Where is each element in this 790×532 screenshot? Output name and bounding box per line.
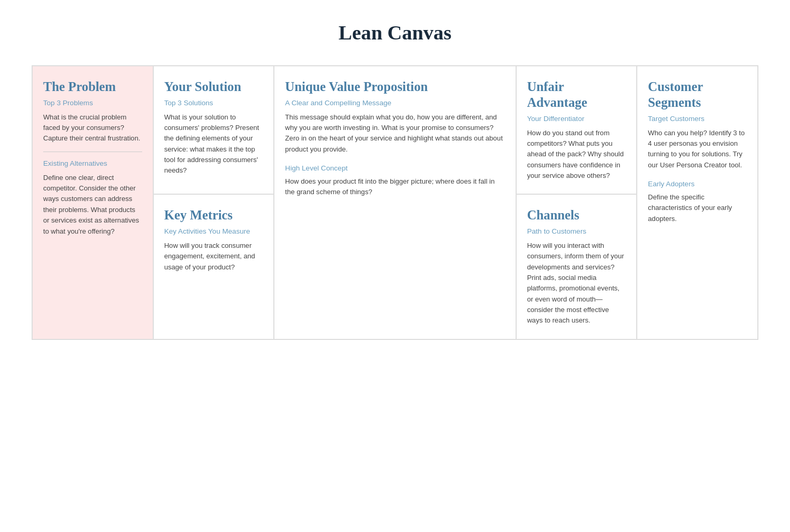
metrics-cell: Key Metrics Key Activities You Measure H… <box>153 194 274 339</box>
uvp-body1: This message should explain what you do,… <box>285 112 505 155</box>
channels-body1: How will you interact with consumers, in… <box>527 240 626 326</box>
unfair-subtitle1: Your Differentiator <box>527 115 626 123</box>
problem-title: The Problem <box>43 79 142 95</box>
customer-cell: Customer Segments Target Customers Who c… <box>637 66 758 339</box>
uvp-title: Unique Value Proposition <box>285 79 505 95</box>
uvp-subtitle2: High Level Concept <box>285 164 505 172</box>
channels-title: Channels <box>527 207 626 223</box>
problem-divider <box>43 152 142 152</box>
customer-body1: Who can you help? Identify 3 to 4 user p… <box>648 128 747 170</box>
customer-subtitle1: Target Customers <box>648 115 747 123</box>
customer-subtitle2: Early Adopters <box>648 180 747 188</box>
uvp-subtitle1: A Clear and Compelling Message <box>285 99 505 107</box>
channels-subtitle1: Path to Customers <box>527 227 626 235</box>
problem-cell: The Problem Top 3 Problems What is the c… <box>32 66 153 339</box>
customer-body2: Define the specific characteristics of y… <box>648 192 747 224</box>
uvp-body2: How does your product fit into the bigge… <box>285 176 505 198</box>
metrics-body1: How will you track consumer engagement, … <box>164 240 263 273</box>
problem-body1: What is the crucial problem faced by you… <box>43 112 142 144</box>
metrics-title: Key Metrics <box>164 207 263 223</box>
problem-body2: Define one clear, direct competitor. Con… <box>43 173 142 237</box>
customer-title: Customer Segments <box>648 79 747 111</box>
unfair-cell: Unfair Advantage Your Differentiator How… <box>516 66 637 194</box>
solution-title: Your Solution <box>164 79 263 95</box>
unfair-title: Unfair Advantage <box>527 79 626 111</box>
problem-subtitle2: Existing Alternatives <box>43 159 142 167</box>
channels-cell: Channels Path to Customers How will you … <box>516 194 637 339</box>
uvp-cell: Unique Value Proposition A Clear and Com… <box>274 66 516 339</box>
solution-subtitle1: Top 3 Solutions <box>164 99 263 107</box>
solution-cell: Your Solution Top 3 Solutions What is yo… <box>153 66 274 194</box>
problem-subtitle1: Top 3 Problems <box>43 99 142 107</box>
solution-body1: What is your solution to consumers' prob… <box>164 112 263 176</box>
metrics-subtitle1: Key Activities You Measure <box>164 227 263 235</box>
unfair-body1: How do you stand out from competitors? W… <box>527 128 626 182</box>
lean-canvas-grid: The Problem Top 3 Problems What is the c… <box>32 65 758 340</box>
page-title: Lean Canvas <box>32 21 758 44</box>
